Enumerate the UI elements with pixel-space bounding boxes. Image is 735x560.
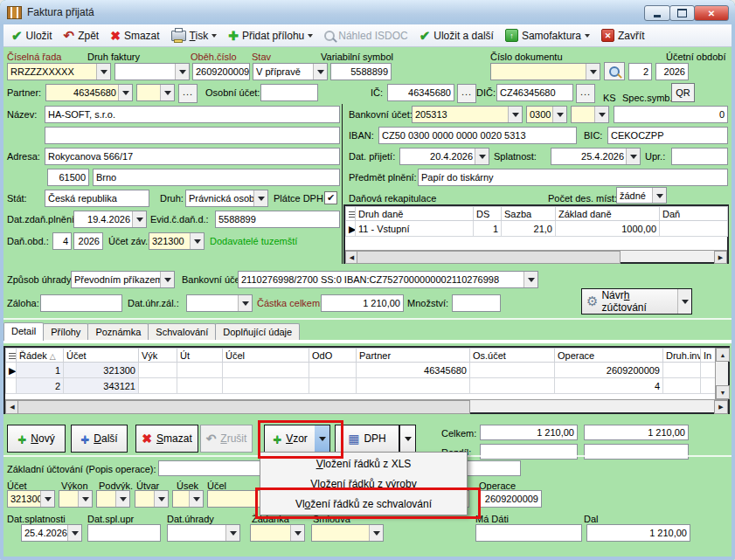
ma-dati-input[interactable] [475,524,582,542]
tax-hscroll-thumb[interactable] [357,251,621,264]
platce-dph-checkbox[interactable]: ✔ [324,191,337,204]
undo-button[interactable]: ↶ Zpět [64,30,100,42]
splatnost-combo[interactable]: 25.4.2026 [551,148,641,165]
dic-browse-button[interactable]: ... [576,84,595,103]
save-button[interactable]: ✔ Uložit [11,30,52,42]
celkem-input-1[interactable]: 1 210,00 [480,425,578,440]
grid-vscrollbar[interactable]: ▲ ▼ [715,348,728,399]
grid-header-operace[interactable]: Operace [555,349,663,363]
dat-prijeti-combo[interactable]: 20.4.2026 [399,148,489,165]
grid-cell-operace[interactable]: 2609200009 [555,363,663,378]
qr-button[interactable]: QR [671,83,695,102]
castka-celkem-input[interactable]: 1 210,00 [321,294,404,312]
menu-item-vlozeni-schvalovani[interactable]: Vložení řádků ze schvalování [260,494,467,514]
dan-obd-rok-input[interactable]: 2026 [73,232,103,250]
upr-input[interactable] [671,148,728,165]
grid-cell-ucet[interactable]: 321300 [64,363,139,378]
partner-sub-combo[interactable] [136,84,175,101]
navrh-zuctovani-button[interactable]: ⚙ Návrh zúčtování [581,288,692,315]
template-dropdown-button[interactable] [315,425,330,453]
grid-cell-partner[interactable]: 46345680 [357,363,470,378]
iban-input[interactable]: CZ50 0300 0000 0000 0020 5313 [378,127,577,144]
minimize-button[interactable] [644,5,670,21]
ic-browse-button[interactable]: ... [457,84,476,103]
scroll-up-icon[interactable]: ▲ [716,348,730,362]
scroll-down-icon[interactable]: ▼ [716,385,730,399]
footer-ucet-combo[interactable]: 321300 [7,490,55,508]
cislo-dokumentu-combo[interactable] [490,63,600,80]
table-row[interactable]: 2 343121 4 [6,378,716,394]
mnozstvi-input[interactable] [452,294,501,312]
psc-input[interactable]: 61500 [47,169,89,186]
ciselna-rada-combo[interactable]: RRZZZXXXXX [7,63,111,80]
grid-cell[interactable] [663,363,701,378]
grid-cell[interactable] [177,378,223,394]
bank-ucet-combo[interactable]: 205313 [412,106,523,123]
tax-cell-sazba[interactable]: 21,0 [502,221,556,237]
osobni-ucet-input[interactable] [260,84,318,101]
grid-row-selector[interactable] [6,378,17,394]
grid-cell[interactable] [701,378,716,394]
grid-corner[interactable] [6,349,17,363]
obdobi-rok-input[interactable]: 2026 [655,63,689,80]
new-button[interactable]: + Nový [7,425,66,453]
dropdown-arrow-icon[interactable] [677,289,691,314]
grid-cell[interactable] [139,363,177,378]
grid-header-partner[interactable]: Partner [357,349,470,363]
self-invoice-button[interactable]: ↑ Samofaktura [505,29,590,42]
grid-cell[interactable] [223,378,309,394]
vykon-combo[interactable] [59,490,93,508]
zpusob-uhrady-combo[interactable]: Převodním příkazem [71,271,175,288]
dat-splatnosti-combo[interactable]: 25.4.2026 [21,524,82,542]
table-row[interactable]: ▶ 1 321300 46345680 2609200009 [6,363,716,378]
pocet-des-mist-combo[interactable]: žádné [616,187,667,204]
print-button[interactable]: Tisk [171,30,218,42]
grid-header-druh-inv[interactable]: Druh.inv. [663,349,701,363]
dan-obd-mesic-input[interactable]: 4 [52,232,72,250]
nazev-input[interactable]: HA-SOFT, s.r.o. [45,106,340,123]
dat-uhr-zal-combo[interactable] [186,294,253,312]
predmet-input[interactable]: Papír do tiskárny [418,169,728,186]
obdobi-mesic-input[interactable]: 2 [628,63,652,80]
dat-zdan-combo[interactable]: 19.4.2026 [73,211,147,228]
close-window-button[interactable]: ✕ Zavřít [601,29,645,42]
smlouva-combo[interactable] [311,524,384,542]
grid-cell[interactable] [223,363,309,378]
grid-header-odo[interactable]: OdO [309,349,357,363]
tab-prilohy[interactable]: Přílohy [43,323,88,341]
partner-combo[interactable]: 46345680 [45,84,133,101]
grid-cell-ucet[interactable]: 343121 [64,378,139,394]
grid-cell[interactable] [309,378,357,394]
usek-combo[interactable] [172,490,204,508]
grid-cell[interactable] [470,378,555,394]
stav-combo[interactable]: V přípravě [253,63,328,80]
tax-cell-ds[interactable]: 1 [474,221,502,237]
ucet-zav-combo[interactable]: 321300 [149,232,205,250]
grid-cell[interactable] [470,363,555,378]
dic-input[interactable]: CZ46345680 [496,84,573,101]
ulice-input[interactable]: Rokycanova 566/17 [45,148,340,165]
tax-header-sazba[interactable]: Sazba [502,207,556,221]
operace-input[interactable]: 2609200009 [479,490,542,508]
grid-header-in[interactable]: In [701,349,716,363]
evid-input[interactable]: 5588899 [215,211,340,228]
druh-osoby-combo[interactable]: Právnická osoba [185,190,268,207]
close-button[interactable]: ✕ [694,5,729,21]
tax-cell-zaklad[interactable]: 1000,00 [556,221,660,237]
mesto-input[interactable]: Brno [93,169,340,186]
dat-uhrady-combo[interactable] [167,524,240,542]
next-button[interactable]: + Další [71,425,128,453]
zaloha-input[interactable] [40,294,122,312]
grid-cell[interactable] [663,378,701,394]
grid-header-ucel[interactable]: Účel [223,349,309,363]
dph-dropdown-button[interactable] [399,425,416,453]
tax-header-ds[interactable]: DS [474,207,502,221]
grid-header-ut[interactable]: Út [177,349,223,363]
partner-browse-button[interactable]: ... [178,84,198,103]
payment-bank-combo[interactable]: 2110276998/2700 SS:0 IBAN:CZ752700000000… [238,271,538,288]
maximize-button[interactable] [669,5,695,21]
rozdil-input-1[interactable] [480,444,578,460]
tax-header-druh[interactable]: Druh daně [356,207,474,221]
nazev2-input[interactable] [45,127,340,144]
dph-button[interactable]: ▦ DPH [335,425,399,453]
